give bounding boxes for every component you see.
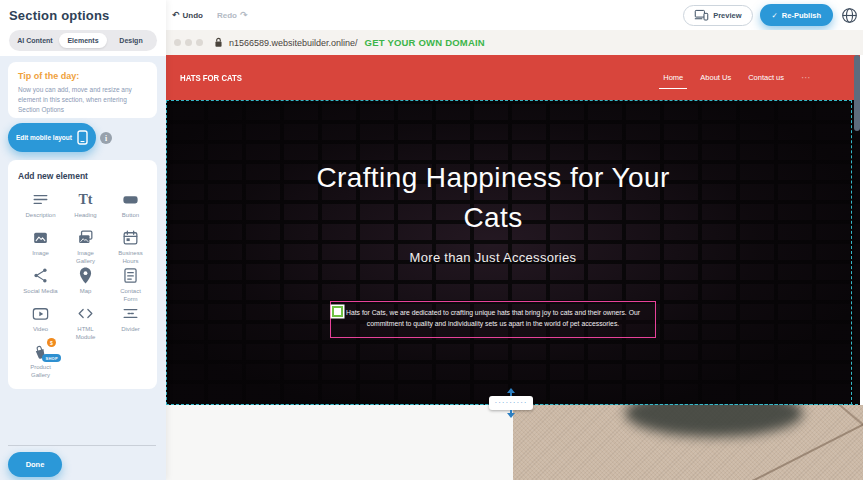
element-html-module[interactable]: HTML Module [63, 304, 108, 342]
contact-form-icon [121, 266, 140, 285]
product-gallery-icon: $ SHOP [31, 342, 50, 361]
hero-subheading[interactable]: More than Just Accessories [293, 250, 693, 265]
next-section-image[interactable] [513, 405, 863, 480]
edit-mobile-layout-label: Edit mobile layout [16, 134, 72, 141]
nav-home[interactable]: Home [663, 73, 683, 82]
add-element-card: Add new element Description Tt Heading B… [8, 160, 157, 389]
editor-stage: ↶ Undo Redo ↷ Preview ✓ Re-Pub [166, 0, 863, 480]
nav-about-us[interactable]: About Us [700, 73, 731, 82]
product-badge-icon: $ [47, 338, 56, 347]
site-logo: HATS FOR CATS [180, 72, 242, 83]
redo-icon: ↷ [240, 10, 248, 20]
info-icon[interactable]: i [100, 132, 112, 144]
browser-dot [196, 39, 203, 46]
site-header: HATS FOR CATS Home About Us Contact us ⋯ [166, 55, 863, 100]
nav-more-icon[interactable]: ⋯ [801, 72, 811, 83]
drag-grip: ········· [489, 396, 533, 410]
business-hours-icon [121, 228, 140, 247]
preview-button[interactable]: Preview [683, 5, 752, 26]
edit-mobile-layout-button[interactable]: Edit mobile layout [8, 123, 96, 152]
nav-contact-us[interactable]: Contact us [748, 73, 784, 82]
resize-arrow-down-icon [507, 413, 515, 418]
check-icon: ✓ [772, 11, 778, 20]
html-module-icon [76, 304, 95, 323]
tab-design[interactable]: Design [107, 33, 155, 48]
done-button[interactable]: Done [8, 452, 62, 477]
app-window: Section options AI Content Elements Desi… [0, 0, 863, 480]
site-url: n1566589.websitebuilder.online/ [229, 38, 358, 48]
tab-elements[interactable]: Elements [59, 33, 107, 48]
tip-title: Tip of the day: [18, 71, 147, 81]
map-pin-icon [76, 266, 95, 285]
panel-tabs: AI Content Elements Design [9, 30, 157, 51]
element-description[interactable]: Description [18, 190, 63, 228]
element-image-gallery[interactable]: Image Gallery [63, 228, 108, 266]
lock-icon [214, 37, 223, 48]
section-options-panel: Section options AI Content Elements Desi… [0, 0, 166, 480]
scrollbar-thumb[interactable] [854, 55, 860, 131]
tip-body: Now you can add, move and resize any ele… [18, 85, 147, 115]
divider-icon [121, 304, 140, 323]
cat-shadow [625, 405, 803, 437]
undo-icon: ↶ [172, 10, 180, 20]
element-heading[interactable]: Tt Heading [63, 190, 108, 228]
social-media-icon [31, 266, 50, 285]
element-video[interactable]: Video [18, 304, 63, 342]
next-section-blank[interactable] [166, 405, 513, 480]
panel-header: Section options AI Content Elements Desi… [0, 0, 166, 56]
tab-ai-content[interactable]: AI Content [11, 33, 59, 48]
tip-of-the-day-card: Tip of the day: Now you can add, move an… [8, 62, 157, 118]
element-business-hours[interactable]: Business Hours [108, 228, 153, 266]
panel-divider [8, 445, 156, 446]
add-element-title: Add new element [18, 171, 153, 181]
get-domain-link[interactable]: GET YOUR OWN DOMAIN [365, 37, 485, 48]
browser-address-bar: n1566589.websitebuilder.online/ GET YOUR… [166, 30, 863, 55]
section-resize-handle[interactable]: ········· [483, 388, 539, 419]
button-icon [121, 190, 140, 209]
mobile-phone-icon [77, 130, 88, 145]
video-icon [31, 304, 50, 323]
republish-button[interactable]: ✓ Re-Publish [760, 4, 833, 26]
heading-icon: Tt [79, 190, 93, 209]
image-icon [31, 228, 50, 247]
description-icon [31, 190, 50, 209]
panel-title: Section options [9, 8, 157, 23]
language-globe-icon[interactable] [840, 6, 858, 24]
redo-button[interactable]: Redo ↷ [217, 10, 248, 20]
undo-button[interactable]: ↶ Undo [172, 10, 203, 20]
editor-topbar: ↶ Undo Redo ↷ Preview ✓ Re-Pub [166, 0, 863, 30]
element-button[interactable]: Button [108, 190, 153, 228]
element-image[interactable]: Image [18, 228, 63, 266]
devices-icon [694, 9, 709, 21]
site-nav: Home About Us Contact us ⋯ [663, 72, 811, 83]
element-contact-form[interactable]: Contact Form [108, 266, 153, 304]
element-map[interactable]: Map [63, 266, 108, 304]
browser-dot [174, 39, 181, 46]
element-social-media[interactable]: Social Media [18, 266, 63, 304]
element-selection-handle[interactable] [332, 306, 343, 317]
element-divider[interactable]: Divider [108, 304, 153, 342]
hero-text-element[interactable]: Hats for Cats, we are dedicated to craft… [330, 301, 656, 338]
element-product-gallery[interactable]: $ SHOP Product Gallery [18, 342, 63, 380]
browser-dot [185, 39, 192, 46]
shop-tag: SHOP [42, 354, 61, 362]
image-gallery-icon [76, 228, 95, 247]
hero-heading[interactable]: Crafting Happiness for Your Cats [293, 158, 693, 238]
element-grid: Description Tt Heading Button [18, 190, 153, 380]
